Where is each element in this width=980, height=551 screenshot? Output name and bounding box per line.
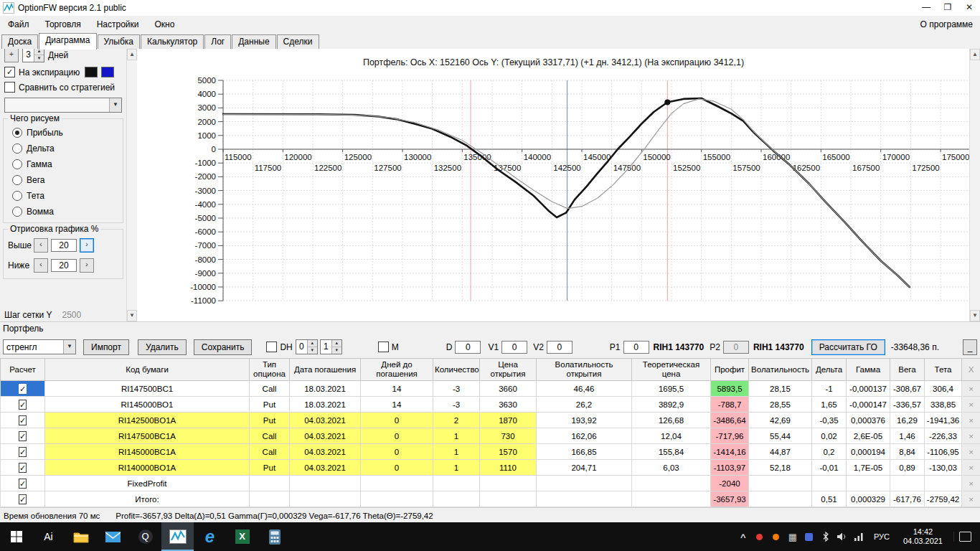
delete-row-button[interactable]: × (962, 476, 980, 491)
above-value-field[interactable]: 20 (51, 239, 77, 252)
tab-Доска[interactable]: Доска (1, 34, 38, 49)
column-header-Вега[interactable]: Вега (890, 359, 925, 381)
column-header-X[interactable]: X (962, 359, 980, 381)
chart-scrollbar[interactable]: ▲ ▼ (969, 49, 980, 321)
tab-Диаграмма[interactable]: Диаграмма (39, 33, 96, 50)
dh-spinner-a[interactable]: 0 ▲▼ (296, 339, 318, 354)
draw-option-Прибыль[interactable]: Прибыль (4, 125, 123, 141)
mail-taskbar-button[interactable] (97, 522, 129, 551)
below-increase-button[interactable]: › (80, 258, 94, 273)
column-header-Расчет[interactable]: Расчет (1, 359, 45, 381)
volume-icon[interactable] (837, 532, 848, 541)
clock[interactable]: 14:42 04.03.2021 (899, 527, 947, 546)
below-value-field[interactable]: 20 (51, 259, 77, 272)
teams-icon[interactable] (804, 533, 814, 541)
optionfw-taskbar-button[interactable] (161, 522, 194, 551)
above-increase-button[interactable]: › (80, 238, 94, 253)
menu-item-Файл[interactable]: Файл (0, 17, 37, 32)
menu-item-Окно[interactable]: Окно (147, 17, 183, 32)
menu-item-Настройки[interactable]: Настройки (89, 17, 147, 32)
delete-row-button[interactable]: × (962, 397, 980, 413)
scroll-up-icon[interactable]: ▲ (970, 49, 980, 60)
draw-option-Вега[interactable]: Вега (4, 172, 123, 188)
scroll-up-icon[interactable]: ▲ (127, 49, 137, 60)
v2-field[interactable]: 0 (547, 341, 573, 354)
excel-taskbar-button[interactable]: X (226, 522, 258, 551)
column-header-Волатильность[interactable]: Волатильность (749, 359, 812, 381)
add-button[interactable]: + (4, 49, 19, 62)
tab-Лог[interactable]: Лог (204, 34, 231, 49)
strategy-select[interactable]: стренгл ▼ (3, 339, 76, 354)
menu-about[interactable]: О программе (913, 17, 980, 32)
file-explorer-taskbar-button[interactable] (65, 522, 97, 551)
above-decrease-button[interactable]: ‹ (34, 238, 48, 253)
antivirus-icon[interactable] (755, 534, 765, 540)
series-color-black[interactable] (85, 67, 98, 77)
network-icon[interactable] (854, 533, 864, 541)
calculate-go-button[interactable]: Рассчитать ГО (811, 339, 885, 355)
sidebar-scrollbar[interactable]: ▲ ▼ (126, 49, 137, 321)
row-calc-checkbox[interactable] (19, 415, 27, 425)
language-indicator[interactable]: РУС (871, 532, 892, 541)
column-header-Тета[interactable]: Тета (925, 359, 962, 381)
delete-row-button[interactable]: × (962, 444, 980, 460)
scroll-down-icon[interactable]: ▼ (127, 310, 137, 321)
p2-field[interactable]: 0 (723, 341, 749, 354)
draw-option-Гамма[interactable]: Гамма (4, 156, 123, 172)
column-header-Волатильность открытия[interactable]: Волатильность открытия (537, 359, 632, 381)
tab-Улыбка[interactable]: Улыбка (98, 34, 141, 49)
v1-field[interactable]: 0 (501, 341, 527, 354)
column-header-Тип опциона[interactable]: Тип опциона (250, 359, 290, 381)
column-header-Дата погашения[interactable]: Дата погашения (290, 359, 361, 381)
column-header-Гамма[interactable]: Гамма (847, 359, 890, 381)
tray-expand-icon[interactable]: ^ (738, 532, 748, 542)
expiration-checkbox[interactable] (4, 67, 15, 77)
menu-item-Торговля[interactable]: Торговля (37, 17, 89, 32)
action-center-button[interactable] (953, 532, 976, 542)
row-calc-checkbox[interactable] (19, 494, 27, 504)
calculator-taskbar-button[interactable] (258, 522, 291, 551)
maximize-button[interactable]: ❐ (937, 0, 958, 16)
close-button[interactable]: ✕ (958, 0, 980, 16)
column-header-Дней до погашения[interactable]: Дней до погашения (361, 359, 433, 381)
tab-Калькулятор[interactable]: Калькулятор (141, 34, 204, 49)
bluetooth-icon[interactable] (821, 532, 831, 542)
compare-strategy-checkbox[interactable] (4, 82, 15, 93)
column-header-Цена открытия[interactable]: Цена открытия (480, 359, 537, 381)
delete-row-button[interactable]: × (962, 413, 980, 428)
payoff-chart[interactable]: -11000-10000-9000-8000-7000-6000-5000-40… (137, 70, 973, 319)
import-button[interactable]: Импорт (83, 339, 129, 355)
d-field[interactable]: 0 (455, 341, 481, 354)
scroll-down-icon[interactable]: ▼ (970, 310, 980, 321)
delete-button[interactable]: Удалить (138, 339, 187, 355)
tab-Данные[interactable]: Данные (232, 34, 275, 49)
p1-field[interactable]: 0 (623, 341, 649, 354)
strategy-compare-select[interactable]: ▼ (4, 98, 122, 113)
delete-row-button[interactable]: × (962, 381, 980, 397)
days-spinner[interactable]: 3 ▲▼ (22, 49, 44, 62)
tab-Сделки[interactable]: Сделки (277, 34, 319, 49)
row-calc-checkbox[interactable] (19, 463, 27, 473)
downloader-icon[interactable] (771, 534, 781, 540)
draw-option-Вомма[interactable]: Вомма (4, 204, 123, 220)
save-button[interactable]: Сохранить (194, 339, 253, 355)
column-header-Код бумаги[interactable]: Код бумаги (45, 359, 250, 381)
draw-option-Тета[interactable]: Тета (4, 188, 123, 204)
column-header-Дельта[interactable]: Дельта (812, 359, 847, 381)
grid-app-icon[interactable]: ▦ (788, 532, 798, 542)
row-calc-checkbox[interactable] (19, 431, 27, 441)
delete-row-button[interactable]: × (962, 428, 980, 444)
below-decrease-button[interactable]: ‹ (34, 258, 48, 273)
delete-row-button[interactable]: × (962, 491, 980, 507)
row-calc-checkbox[interactable] (19, 400, 27, 410)
q-app-taskbar-button[interactable]: Q (129, 522, 161, 551)
dh-spinner-b[interactable]: 1 ▲▼ (320, 339, 342, 354)
column-header-Теоретическая цена[interactable]: Теоретическая цена (632, 359, 711, 381)
dh-checkbox[interactable] (266, 342, 277, 352)
minimize-button[interactable]: — (915, 0, 937, 16)
row-calc-checkbox[interactable] (19, 479, 27, 489)
m-checkbox[interactable] (378, 342, 389, 352)
draw-option-Дельта[interactable]: Дельта (4, 141, 123, 156)
start-taskbar-button[interactable] (0, 522, 32, 551)
delete-row-button[interactable]: × (962, 460, 980, 476)
